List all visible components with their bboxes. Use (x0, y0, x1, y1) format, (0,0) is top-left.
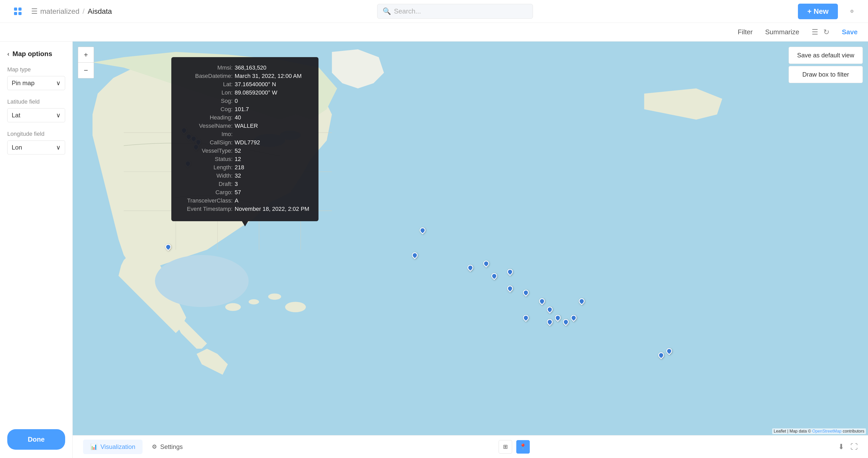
map-pin[interactable] (579, 298, 585, 304)
map-pin[interactable] (563, 319, 569, 325)
tooltip-cargo-value: 57 (235, 189, 241, 196)
sub-header: Filter Summarize ☰ ↻ Save (0, 23, 868, 41)
tooltip-transceiver-label: TransceiverClass: (181, 197, 232, 204)
list-view-icon[interactable]: ☰ (812, 28, 818, 36)
done-button[interactable]: Done (7, 429, 65, 450)
search-placeholder[interactable]: Search... (394, 7, 421, 15)
map-pin[interactable] (523, 315, 529, 320)
tooltip-cog-value: 101.7 (235, 106, 249, 113)
new-button[interactable]: + New (798, 4, 838, 19)
sidebar-back[interactable]: ‹ Map options (7, 50, 65, 58)
save-default-view-button[interactable]: Save as default view (788, 47, 863, 64)
zoom-in-button[interactable]: + (78, 47, 94, 63)
tooltip-width-row: Width: 32 (181, 173, 309, 179)
draw-box-filter-button[interactable]: Draw box to filter (788, 66, 863, 83)
svg-point-7 (268, 294, 281, 300)
map-pin[interactable] (507, 269, 513, 275)
map-pin[interactable] (571, 315, 577, 320)
map-container[interactable]: Mmsi: 368,163,520 BaseDatetime: March 31… (73, 41, 868, 458)
map-pin[interactable] (523, 290, 529, 296)
table-view-button[interactable]: ⊞ (499, 440, 512, 454)
map-pin[interactable] (555, 315, 561, 320)
tooltip-cog-row: Cog: 101.7 (181, 106, 309, 113)
filter-button[interactable]: Filter (738, 28, 753, 36)
tooltip-sog-label: Sog: (181, 98, 232, 104)
osm-link[interactable]: OpenStreetMap (812, 429, 841, 433)
visualization-tab[interactable]: 📊 Visualization (83, 439, 143, 454)
tooltip-callsign-value: WDL7792 (235, 139, 260, 146)
sidebar: ‹ Map options Map type Pin map ∨ Latitud… (0, 41, 73, 458)
chevron-down-icon: ∨ (56, 112, 61, 119)
svg-point-5 (225, 303, 241, 311)
breadcrumb: ☰ materialized / Aisdata (31, 7, 112, 16)
tooltip-mmsi-label: Mmsi: (181, 64, 232, 71)
map-pin[interactable] (507, 285, 513, 291)
map-pin[interactable] (165, 244, 171, 250)
tooltip-transceiver-value: A (235, 197, 239, 204)
fullscreen-button[interactable]: ⛶ (850, 442, 858, 451)
tooltip-heading-label: Heading: (181, 114, 232, 121)
tooltip-vesseltype-label: VesselType: (181, 148, 232, 154)
tooltip-mmsi-value: 368,163,520 (235, 64, 266, 71)
settings-tab[interactable]: ⚙ Settings (145, 439, 190, 454)
map-pin[interactable] (491, 273, 497, 279)
latitude-select[interactable]: Lat ∨ (7, 108, 65, 122)
longitude-value: Lon (12, 144, 22, 151)
settings-icon: ⚙ (152, 444, 157, 450)
visualization-icon: 📊 (90, 444, 97, 450)
map-pin[interactable] (547, 319, 553, 325)
sidebar-title: Map options (12, 50, 52, 58)
map-pin[interactable] (420, 227, 426, 233)
tooltip-lon-value: 89.08592000° W (235, 89, 277, 96)
tooltip-lon-label: Lon: (181, 89, 232, 96)
settings-icon[interactable]: ⚙ (846, 6, 858, 17)
download-button[interactable]: ⬇ (838, 442, 844, 451)
map-attribution: Leaflet | Map data © OpenStreetMap contr… (772, 428, 866, 434)
back-arrow-icon: ‹ (7, 50, 9, 58)
breadcrumb-db-name[interactable]: materialized (40, 7, 80, 16)
tooltip-cargo-row: Cargo: 57 (181, 189, 309, 196)
svg-point-8 (285, 302, 306, 312)
search-bar[interactable]: 🔍 Search... (377, 4, 533, 19)
breadcrumb-separator: / (83, 7, 85, 16)
longitude-select[interactable]: Lon ∨ (7, 141, 65, 154)
tooltip-vesselname-row: VesselName: WALLER (181, 123, 309, 129)
header-right: + New ⚙ (798, 4, 858, 19)
map-pin[interactable] (412, 252, 417, 258)
logo-dots (14, 7, 22, 15)
tooltip-arrow (242, 221, 248, 226)
save-button[interactable]: Save (842, 28, 858, 36)
view-icons: ☰ ↻ (812, 28, 829, 36)
refresh-icon[interactable]: ↻ (824, 28, 829, 36)
summarize-button[interactable]: Summarize (765, 28, 799, 36)
map-type-label: Map type (7, 66, 65, 73)
settings-tab-label: Settings (160, 443, 183, 451)
tooltip-lat-row: Lat: 37.16540000° N (181, 81, 309, 88)
visualization-tab-label: Visualization (100, 443, 135, 451)
chevron-down-icon: ∨ (56, 144, 61, 151)
tooltip-length-label: Length: (181, 164, 232, 171)
tooltip-event-label: Event Timestamp: (181, 206, 232, 212)
pin-view-button[interactable]: 📍 (516, 440, 530, 454)
tooltip-basedate-value: March 31, 2022, 12:00 AM (235, 73, 302, 80)
tooltip-callsign-row: CallSign: WDL7792 (181, 139, 309, 146)
tooltip-status-row: Status: 12 (181, 156, 309, 162)
leaflet-attribution: Leaflet | Map data © (774, 429, 812, 433)
map-pin[interactable] (658, 352, 664, 358)
tooltip-length-value: 218 (235, 164, 244, 171)
map-pin[interactable] (483, 261, 489, 266)
map-pin[interactable] (539, 298, 545, 304)
map-type-section: Map type Pin map ∨ (7, 66, 65, 90)
osm-contributors: contributors (843, 429, 864, 433)
zoom-out-button[interactable]: − (78, 63, 94, 78)
longitude-section: Longitude field Lon ∨ (7, 131, 65, 154)
tooltip-width-label: Width: (181, 173, 232, 179)
map-pin[interactable] (547, 307, 553, 312)
tooltip-length-row: Length: 218 (181, 164, 309, 171)
map-type-select[interactable]: Pin map ∨ (7, 76, 65, 90)
tooltip-vesseltype-row: VesselType: 52 (181, 148, 309, 154)
tooltip-draft-row: Draft: 3 (181, 181, 309, 187)
map-pin[interactable] (467, 265, 473, 271)
tooltip-vesseltype-value: 52 (235, 148, 241, 154)
map-pin[interactable] (666, 348, 672, 354)
